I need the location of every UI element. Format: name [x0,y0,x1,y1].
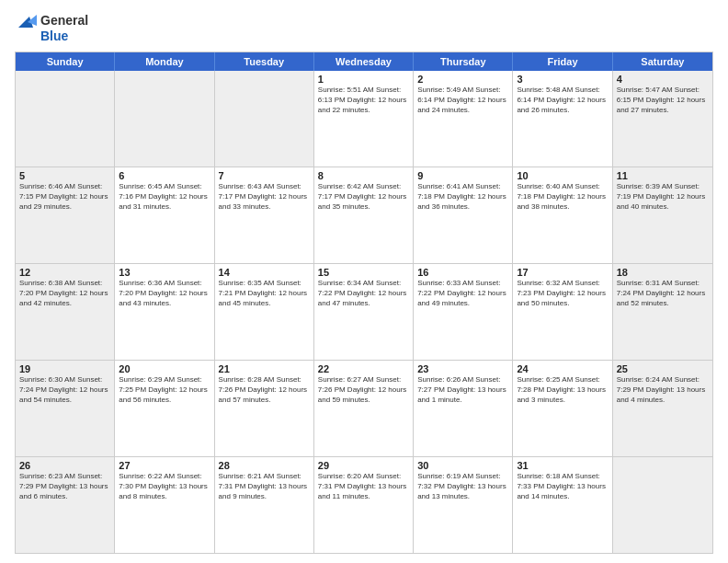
day-info: Sunrise: 6:28 AM Sunset: 7:26 PM Dayligh… [219,375,310,405]
weekday-header-thursday: Thursday [414,52,513,71]
day-info: Sunrise: 6:36 AM Sunset: 7:20 PM Dayligh… [119,279,210,308]
day-info: Sunrise: 6:29 AM Sunset: 7:25 PM Dayligh… [119,375,210,405]
day-cell-25: 25Sunrise: 6:24 AM Sunset: 7:29 PM Dayli… [613,361,712,456]
day-info: Sunrise: 6:39 AM Sunset: 7:19 PM Dayligh… [617,182,709,212]
day-cell-5: 5Sunrise: 6:46 AM Sunset: 7:15 PM Daylig… [16,167,115,263]
day-info: Sunrise: 6:24 AM Sunset: 7:29 PM Dayligh… [617,375,709,405]
day-number: 16 [417,267,508,278]
day-number: 6 [119,170,210,181]
day-number: 28 [219,460,310,471]
day-number: 19 [19,363,110,374]
day-info: Sunrise: 6:41 AM Sunset: 7:18 PM Dayligh… [417,182,508,212]
calendar-row-3: 12Sunrise: 6:38 AM Sunset: 7:20 PM Dayli… [16,264,712,361]
svg-text:Blue: Blue [40,29,69,43]
day-cell-6: 6Sunrise: 6:45 AM Sunset: 7:16 PM Daylig… [115,167,214,263]
calendar-row-2: 5Sunrise: 6:46 AM Sunset: 7:15 PM Daylig… [16,167,712,264]
day-cell-empty [215,71,314,167]
day-info: Sunrise: 5:47 AM Sunset: 6:15 PM Dayligh… [617,86,709,115]
day-number: 1 [318,74,409,85]
day-cell-21: 21Sunrise: 6:28 AM Sunset: 7:26 PM Dayli… [215,361,314,456]
day-number: 17 [517,267,608,278]
svg-text:General: General [40,13,88,28]
calendar-row-5: 26Sunrise: 6:23 AM Sunset: 7:29 PM Dayli… [16,457,712,553]
day-cell-26: 26Sunrise: 6:23 AM Sunset: 7:29 PM Dayli… [16,457,115,553]
day-info: Sunrise: 6:25 AM Sunset: 7:28 PM Dayligh… [517,375,608,405]
day-number: 2 [417,74,508,85]
day-info: Sunrise: 6:27 AM Sunset: 7:26 PM Dayligh… [318,375,409,405]
calendar: SundayMondayTuesdayWednesdayThursdayFrid… [15,52,713,554]
day-cell-13: 13Sunrise: 6:36 AM Sunset: 7:20 PM Dayli… [115,264,214,360]
weekday-header-wednesday: Wednesday [314,52,414,71]
day-cell-30: 30Sunrise: 6:19 AM Sunset: 7:32 PM Dayli… [414,457,513,553]
day-number: 4 [617,74,709,85]
calendar-header: SundayMondayTuesdayWednesdayThursdayFrid… [16,52,712,71]
day-number: 29 [318,460,409,471]
day-info: Sunrise: 6:22 AM Sunset: 7:30 PM Dayligh… [119,472,210,501]
day-cell-4: 4Sunrise: 5:47 AM Sunset: 6:15 PM Daylig… [613,71,712,167]
day-cell-11: 11Sunrise: 6:39 AM Sunset: 7:19 PM Dayli… [613,167,712,263]
day-number: 5 [19,170,110,181]
day-info: Sunrise: 6:34 AM Sunset: 7:22 PM Dayligh… [318,279,409,308]
day-number: 13 [119,267,210,278]
day-number: 12 [19,267,110,278]
day-number: 22 [318,363,409,374]
day-cell-empty [613,457,712,553]
weekday-header-saturday: Saturday [613,52,712,71]
day-number: 7 [219,170,310,181]
day-info: Sunrise: 6:23 AM Sunset: 7:29 PM Dayligh… [19,472,110,501]
weekday-header-tuesday: Tuesday [215,52,314,71]
day-info: Sunrise: 6:20 AM Sunset: 7:31 PM Dayligh… [318,472,409,501]
day-number: 23 [417,363,508,374]
day-info: Sunrise: 6:32 AM Sunset: 7:23 PM Dayligh… [517,279,608,308]
day-number: 9 [417,170,508,181]
day-cell-10: 10Sunrise: 6:40 AM Sunset: 7:18 PM Dayli… [513,167,612,263]
day-cell-20: 20Sunrise: 6:29 AM Sunset: 7:25 PM Dayli… [115,361,214,456]
day-cell-28: 28Sunrise: 6:21 AM Sunset: 7:31 PM Dayli… [215,457,314,553]
calendar-body: 1Sunrise: 5:51 AM Sunset: 6:13 PM Daylig… [16,71,712,553]
day-info: Sunrise: 5:49 AM Sunset: 6:14 PM Dayligh… [417,86,508,115]
day-info: Sunrise: 6:30 AM Sunset: 7:24 PM Dayligh… [19,375,110,405]
day-cell-22: 22Sunrise: 6:27 AM Sunset: 7:26 PM Dayli… [314,361,414,456]
day-number: 26 [19,460,110,471]
day-number: 8 [318,170,409,181]
day-info: Sunrise: 6:21 AM Sunset: 7:31 PM Dayligh… [219,472,310,501]
logo-svg: GeneralBlue [15,9,88,46]
day-number: 11 [617,170,709,181]
day-info: Sunrise: 6:40 AM Sunset: 7:18 PM Dayligh… [517,182,608,212]
day-cell-31: 31Sunrise: 6:18 AM Sunset: 7:33 PM Dayli… [513,457,612,553]
day-info: Sunrise: 5:51 AM Sunset: 6:13 PM Dayligh… [318,86,409,115]
day-info: Sunrise: 6:42 AM Sunset: 7:17 PM Dayligh… [318,182,409,212]
day-cell-3: 3Sunrise: 5:48 AM Sunset: 6:14 PM Daylig… [513,71,612,167]
day-cell-15: 15Sunrise: 6:34 AM Sunset: 7:22 PM Dayli… [314,264,414,360]
day-number: 27 [119,460,210,471]
day-cell-empty [16,71,115,167]
day-cell-2: 2Sunrise: 5:49 AM Sunset: 6:14 PM Daylig… [414,71,513,167]
day-number: 3 [517,74,608,85]
logo: GeneralBlue [15,9,88,46]
page: GeneralBlue SundayMondayTuesdayWednesday… [0,0,728,563]
day-number: 14 [219,267,310,278]
day-info: Sunrise: 6:18 AM Sunset: 7:33 PM Dayligh… [517,472,608,501]
weekday-header-monday: Monday [115,52,214,71]
day-number: 15 [318,267,409,278]
day-number: 30 [417,460,508,471]
calendar-row-1: 1Sunrise: 5:51 AM Sunset: 6:13 PM Daylig… [16,71,712,167]
day-info: Sunrise: 6:35 AM Sunset: 7:21 PM Dayligh… [219,279,310,308]
day-number: 10 [517,170,608,181]
day-cell-1: 1Sunrise: 5:51 AM Sunset: 6:13 PM Daylig… [314,71,414,167]
day-info: Sunrise: 6:46 AM Sunset: 7:15 PM Dayligh… [19,182,110,212]
day-cell-7: 7Sunrise: 6:43 AM Sunset: 7:17 PM Daylig… [215,167,314,263]
day-cell-19: 19Sunrise: 6:30 AM Sunset: 7:24 PM Dayli… [16,361,115,456]
day-info: Sunrise: 6:45 AM Sunset: 7:16 PM Dayligh… [119,182,210,212]
day-info: Sunrise: 6:43 AM Sunset: 7:17 PM Dayligh… [219,182,310,212]
day-number: 24 [517,363,608,374]
day-cell-12: 12Sunrise: 6:38 AM Sunset: 7:20 PM Dayli… [16,264,115,360]
weekday-header-sunday: Sunday [16,52,115,71]
calendar-row-4: 19Sunrise: 6:30 AM Sunset: 7:24 PM Dayli… [16,361,712,457]
day-number: 18 [617,267,709,278]
day-number: 20 [119,363,210,374]
day-number: 21 [219,363,310,374]
day-cell-9: 9Sunrise: 6:41 AM Sunset: 7:18 PM Daylig… [414,167,513,263]
day-info: Sunrise: 6:26 AM Sunset: 7:27 PM Dayligh… [417,375,508,405]
day-cell-16: 16Sunrise: 6:33 AM Sunset: 7:22 PM Dayli… [414,264,513,360]
